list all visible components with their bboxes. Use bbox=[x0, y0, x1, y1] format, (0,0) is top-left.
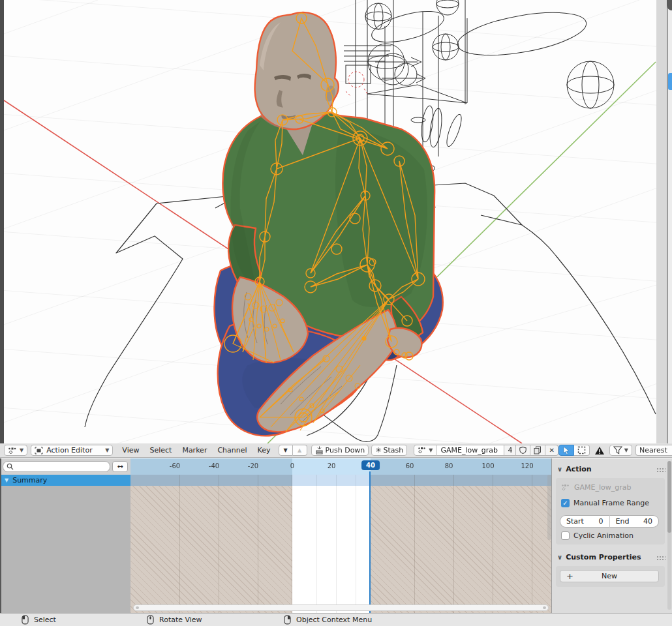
chevron-down-icon: ∨ bbox=[557, 466, 562, 473]
action-users-count[interactable]: 4 bbox=[504, 445, 516, 456]
move-down-button[interactable]: ▼ bbox=[279, 445, 293, 456]
filter-range-button[interactable]: ↔ bbox=[112, 461, 128, 472]
horizontal-scrollbar[interactable] bbox=[133, 604, 549, 611]
push-down-button[interactable]: Push Down bbox=[311, 445, 369, 456]
frame-gridline bbox=[356, 475, 356, 613]
custom-properties-title: Custom Properties bbox=[566, 553, 641, 561]
scrollbar-end-nub[interactable] bbox=[543, 606, 546, 609]
duplicate-icon bbox=[534, 446, 542, 455]
editor-type-dropdown[interactable]: ▼ bbox=[4, 445, 27, 456]
3d-viewport[interactable] bbox=[0, 0, 672, 444]
check-icon: ✓ bbox=[562, 499, 568, 507]
ruler-tick: -40 bbox=[209, 462, 219, 470]
status-rotate-hint: Rotate View bbox=[147, 615, 202, 625]
push-down-label: Push Down bbox=[326, 446, 365, 455]
menu-channel[interactable]: Channel bbox=[212, 446, 252, 455]
window-left-edge bbox=[0, 0, 4, 443]
snap-mode-dropdown[interactable]: Nearest F bbox=[635, 445, 672, 456]
menu-marker[interactable]: Marker bbox=[177, 446, 212, 455]
frame-gridline bbox=[453, 475, 454, 613]
cyclic-animation-label: Cyclic Animation bbox=[573, 531, 634, 540]
linked-action-name: GAME_low_grab bbox=[574, 483, 632, 492]
chevron-down-icon: ▼ bbox=[105, 448, 109, 453]
filter-dropdown[interactable]: ▼ bbox=[609, 445, 632, 456]
panel-drag-gripper[interactable] bbox=[656, 556, 665, 560]
start-label: Start bbox=[566, 517, 584, 526]
frame-gridline bbox=[219, 475, 219, 613]
chevron-down-icon: ▼ bbox=[429, 448, 433, 453]
ruler-tick: 80 bbox=[445, 462, 453, 470]
expand-triangle-icon[interactable]: ▼ bbox=[5, 477, 8, 483]
frame-gridline bbox=[316, 475, 317, 613]
current-frame-badge[interactable]: 40 bbox=[361, 460, 380, 470]
status-bar: Select Rotate View Object Context Menu bbox=[0, 613, 672, 626]
action-panel-title: Action bbox=[566, 465, 591, 473]
dopesheet-header: ▼ Action Editor ▼ View Select Marker Cha… bbox=[0, 443, 672, 458]
timeline-ruler[interactable]: -60 -40 -20 0 20 60 80 100 120 40 bbox=[130, 458, 551, 475]
mode-select[interactable]: Action Editor ▼ bbox=[31, 445, 113, 456]
ruler-tick: -20 bbox=[248, 462, 258, 470]
sidebar-scrollbar[interactable] bbox=[667, 461, 671, 616]
adjacent-editor-active-tab[interactable] bbox=[668, 73, 672, 90]
cyclic-animation-checkbox[interactable] bbox=[561, 531, 570, 540]
stash-icon: ✳ bbox=[375, 446, 381, 455]
dopesheet-sidebar: ∨ Action GAME_low_grab ✓ Manual Frame Ra… bbox=[551, 458, 672, 613]
action-selector-dropdown[interactable]: ▼ bbox=[414, 445, 436, 456]
custom-properties-header[interactable]: ∨ Custom Properties bbox=[557, 553, 641, 561]
channel-search-row: ↔ bbox=[0, 458, 130, 475]
frame-gridline bbox=[336, 475, 337, 613]
move-up-button-disabled[interactable]: ▲ bbox=[293, 445, 307, 456]
new-action-button[interactable] bbox=[530, 445, 545, 456]
frame-gridline bbox=[179, 475, 180, 613]
fake-user-button[interactable] bbox=[516, 445, 530, 456]
ruler-tick: 20 bbox=[328, 462, 336, 470]
panel-drag-gripper[interactable] bbox=[656, 468, 665, 472]
mouse-left-icon bbox=[22, 615, 29, 625]
manual-frame-range-label: Manual Frame Range bbox=[573, 499, 649, 507]
status-context-menu-label: Object Context Menu bbox=[296, 616, 372, 624]
mouse-middle-icon bbox=[147, 615, 154, 625]
blender-window: ▼ Action Editor ▼ View Select Marker Cha… bbox=[0, 0, 672, 626]
show-hidden-toggle[interactable] bbox=[574, 445, 590, 456]
mouse-right-icon bbox=[284, 615, 291, 625]
frame-gridline bbox=[258, 475, 258, 613]
snap-label: Nearest F bbox=[639, 446, 669, 455]
status-context-menu-hint: Object Context Menu bbox=[284, 615, 372, 625]
cyclic-animation-row: Cyclic Animation bbox=[561, 531, 634, 540]
frame-gridline bbox=[493, 475, 493, 613]
linked-action-row[interactable]: GAME_low_grab bbox=[561, 483, 632, 492]
manual-frame-range-checkbox[interactable]: ✓ bbox=[561, 499, 570, 507]
manual-frame-range-row: ✓ Manual Frame Range bbox=[561, 499, 649, 507]
end-frame-field[interactable]: End 40 bbox=[609, 515, 660, 528]
range-icon: ↔ bbox=[117, 462, 123, 471]
search-icon bbox=[7, 463, 14, 470]
action-editor-mode-icon bbox=[35, 447, 43, 455]
channel-search-input[interactable] bbox=[3, 461, 110, 472]
errors-toggle[interactable] bbox=[592, 446, 607, 455]
summary-channel[interactable]: ▼ Summary bbox=[0, 475, 130, 486]
ruler-tick: -60 bbox=[170, 462, 180, 470]
start-frame-field[interactable]: Start 0 bbox=[560, 515, 609, 528]
menu-key[interactable]: Key bbox=[252, 446, 276, 455]
current-frame-line[interactable] bbox=[369, 471, 371, 613]
dashed-box-icon bbox=[577, 446, 586, 455]
start-value: 0 bbox=[599, 517, 603, 526]
frame-gridline bbox=[414, 475, 415, 613]
new-property-button[interactable]: + New bbox=[560, 570, 659, 582]
timeline-area[interactable]: -60 -40 -20 0 20 60 80 100 120 40 bbox=[130, 458, 551, 613]
menu-view[interactable]: View bbox=[117, 446, 144, 455]
stash-button[interactable]: ✳ Stash bbox=[371, 445, 407, 456]
action-name-field[interactable]: GAME_low_grab bbox=[436, 445, 504, 456]
frame-gridline bbox=[532, 475, 532, 613]
viewport-scene bbox=[0, 0, 672, 443]
new-property-label: New bbox=[602, 572, 617, 580]
adjacent-editor-sliver bbox=[668, 0, 672, 443]
summary-strip-in-range bbox=[292, 475, 371, 486]
only-selected-toggle[interactable] bbox=[558, 445, 574, 456]
action-panel-header[interactable]: ∨ Action bbox=[557, 465, 592, 473]
unlink-action-button[interactable]: ✕ bbox=[545, 445, 558, 456]
mode-label: Action Editor bbox=[46, 446, 93, 455]
menu-select[interactable]: Select bbox=[144, 446, 177, 455]
scrollbar-end-nub[interactable] bbox=[136, 606, 139, 609]
status-select-hint: Select bbox=[22, 615, 56, 625]
